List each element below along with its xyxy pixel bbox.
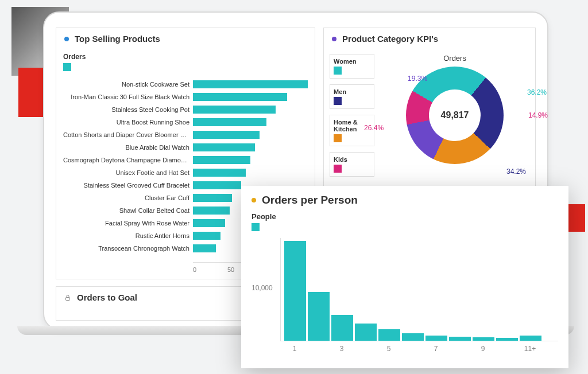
panel-title-text: Product Category KPI's bbox=[342, 34, 438, 44]
bar-fill bbox=[425, 336, 447, 341]
legend: People bbox=[252, 212, 558, 233]
bar-row: Unisex Footie and Hat Set bbox=[63, 167, 308, 178]
kpi-legend-label: Kids bbox=[334, 156, 370, 163]
bar-row: Stainless Steel Cooking Pot bbox=[63, 104, 308, 115]
pct-extra: 14.9% bbox=[528, 111, 548, 119]
bar-fill bbox=[193, 169, 246, 177]
bar-label: Stainless Steel Grooved Cuff Bracelet bbox=[63, 182, 189, 189]
bar-fill bbox=[378, 329, 400, 341]
legend-swatch bbox=[334, 134, 342, 142]
donut-center-value: 49,817 bbox=[429, 89, 481, 141]
bar-fill bbox=[193, 106, 276, 114]
orders-per-person-bar-chart: 10,000 1357911+ bbox=[252, 238, 558, 353]
panel-title-text: Top Selling Products bbox=[75, 34, 160, 44]
kpi-legend-item[interactable]: Men bbox=[330, 84, 374, 109]
x-tick: 11+ bbox=[519, 345, 541, 353]
x-tick bbox=[448, 345, 470, 353]
donut-title: Orders bbox=[380, 54, 529, 63]
bar-label: Rustic Antler Horns bbox=[63, 232, 189, 239]
bar-fill bbox=[331, 315, 353, 341]
panel-title-text: Orders per Person bbox=[262, 194, 358, 207]
kpi-legend-item[interactable]: Women bbox=[330, 54, 374, 79]
bar-fill bbox=[193, 194, 232, 202]
legend-swatch bbox=[252, 223, 260, 231]
dot-icon bbox=[332, 37, 336, 41]
bar-row: Cotton Shorts and Diaper Cover Bloomer S… bbox=[63, 130, 308, 140]
bar-label: Non-stick Cookware Set bbox=[63, 81, 189, 88]
legend-swatch bbox=[63, 63, 71, 71]
bar-fill bbox=[402, 333, 424, 341]
pct-women: 36.2% bbox=[527, 88, 547, 96]
legend-swatch bbox=[334, 97, 342, 105]
bar-row: Non-stick Cookware Set bbox=[63, 79, 308, 89]
pct-home: 26.4% bbox=[364, 124, 384, 132]
legend: Orders bbox=[63, 53, 308, 73]
svg-rect-0 bbox=[66, 297, 70, 300]
bar-label: Facial Spray With Rose Water bbox=[63, 220, 189, 227]
bar-label: Shawl Collar Belted Coat bbox=[63, 207, 189, 214]
x-tick: 1 bbox=[284, 345, 305, 353]
kpi-legend-label: Women bbox=[334, 58, 370, 65]
bar-fill bbox=[284, 241, 306, 341]
bar-fill bbox=[193, 232, 220, 240]
x-axis: 1357911+ bbox=[280, 345, 558, 353]
x-tick bbox=[354, 345, 376, 353]
bar-fill bbox=[193, 118, 266, 126]
bar-row: Blue Arabic Dial Watch bbox=[63, 142, 308, 153]
bar-fill bbox=[193, 80, 308, 88]
bar-label: Transocean Chronograph Watch bbox=[63, 245, 189, 252]
bar-label: Iron-Man Classic 30 Full Size Black Watc… bbox=[63, 94, 189, 100]
panel-title-text: Orders to Goal bbox=[77, 293, 137, 302]
bar-fill bbox=[355, 324, 377, 341]
x-tick bbox=[307, 345, 329, 353]
bar-fill bbox=[193, 143, 255, 151]
legend-label: Orders bbox=[63, 53, 308, 61]
dot-icon bbox=[252, 198, 256, 202]
y-tick: 10,000 bbox=[252, 284, 273, 292]
bar-area bbox=[280, 238, 558, 341]
bar-fill bbox=[473, 337, 494, 341]
pct-kids: 19.3% bbox=[408, 75, 427, 83]
bar-label: Unisex Footie and Hat Set bbox=[63, 169, 189, 176]
kpi-legend-label: Men bbox=[334, 88, 370, 95]
legend-label: People bbox=[252, 212, 558, 221]
bar-fill bbox=[193, 131, 260, 139]
panel-orders-per-person: Orders per Person People 10,000 1357911+ bbox=[241, 186, 568, 368]
x-tick: 3 bbox=[331, 345, 353, 353]
bar-row: Ultra Boost Running Shoe bbox=[63, 117, 308, 127]
panel-title: Product Category KPI's bbox=[324, 28, 535, 49]
legend-swatch bbox=[334, 67, 342, 75]
pct-men: 34.2% bbox=[506, 167, 526, 176]
bar-fill bbox=[308, 292, 330, 341]
bar-label: Stainless Steel Cooking Pot bbox=[63, 106, 189, 113]
bar-fill bbox=[520, 336, 541, 341]
x-tick: 7 bbox=[425, 345, 447, 353]
kpi-legend-item[interactable]: Kids bbox=[330, 152, 374, 177]
bar-label: Blue Arabic Dial Watch bbox=[63, 144, 189, 151]
bar-fill bbox=[193, 156, 250, 164]
x-tick bbox=[496, 345, 517, 353]
bar-label: Cluster Ear Cuff bbox=[63, 194, 189, 201]
bar-fill bbox=[193, 244, 216, 252]
bar-label: Ultra Boost Running Shoe bbox=[63, 119, 189, 126]
bar-row: Iron-Man Classic 30 Full Size Black Watc… bbox=[63, 92, 308, 102]
x-tick bbox=[401, 345, 423, 353]
bar-fill bbox=[449, 337, 471, 341]
bar-label: Cosmograph Daytona Champagne Diamond Dia… bbox=[63, 157, 189, 163]
bar-fill bbox=[193, 219, 225, 227]
bar-row: Cosmograph Daytona Champagne Diamond Dia… bbox=[63, 155, 308, 165]
x-tick: 5 bbox=[378, 345, 400, 353]
donut-chart: Orders 49,817 36.2% 34.2% 26.4% 19.3% 14… bbox=[380, 54, 529, 177]
x-tick: 9 bbox=[472, 345, 494, 353]
lock-icon bbox=[64, 294, 71, 301]
panel-title: Top Selling Products bbox=[56, 28, 315, 49]
kpi-legend: WomenMenHome & KitchenKids bbox=[330, 54, 374, 177]
panel-title: Orders per Person bbox=[252, 194, 558, 207]
dot-icon bbox=[64, 37, 69, 41]
bar-fill bbox=[193, 93, 287, 101]
bar-label: Cotton Shorts and Diaper Cover Bloomer S… bbox=[63, 131, 189, 138]
bar-fill bbox=[193, 181, 241, 189]
legend-swatch bbox=[334, 165, 342, 173]
x-tick: 0 bbox=[193, 266, 227, 273]
bar-fill bbox=[496, 338, 518, 341]
